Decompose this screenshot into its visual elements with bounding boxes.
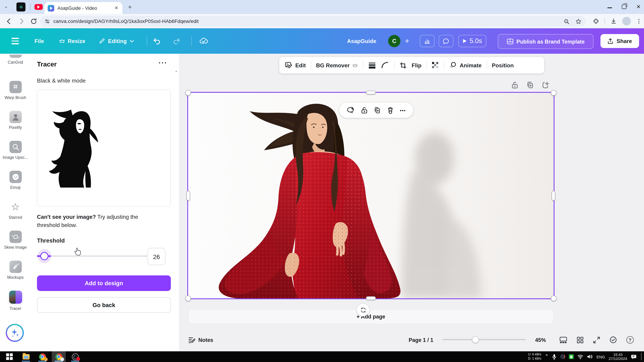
sidebar-item-skew-image[interactable]: Skew Image xyxy=(0,231,31,250)
pages-view-icon[interactable] xyxy=(560,336,567,343)
language-indicator[interactable]: ENG xyxy=(596,355,605,359)
tray-green-app-icon[interactable] xyxy=(569,354,574,359)
sidebar-item-warp-brush[interactable]: ⌗ Warp Brush xyxy=(0,81,31,100)
chrome-profile2-button-active[interactable] xyxy=(52,351,66,362)
window-restore-button[interactable] xyxy=(622,4,626,9)
go-back-button[interactable]: Go back xyxy=(37,297,171,313)
selection-handle-right[interactable] xyxy=(552,191,555,201)
add-to-design-button[interactable]: Add to design xyxy=(37,275,171,291)
tray-expand-icon[interactable]: ⌃ xyxy=(545,354,548,358)
selection-handle-bottom-right[interactable] xyxy=(551,296,556,301)
wifi-icon[interactable] xyxy=(578,355,584,359)
chrome-profile1-button[interactable] xyxy=(35,351,49,362)
help-icon[interactable]: ? xyxy=(626,336,634,344)
edit-image-button[interactable]: Edit xyxy=(285,62,306,68)
canva-assistant-button[interactable] xyxy=(6,324,24,342)
lock-icon[interactable] xyxy=(361,107,368,114)
redo-icon[interactable] xyxy=(172,37,181,45)
network-speed-widget[interactable]: U:6 kB/s D:1 kB/s xyxy=(528,353,542,361)
sidebar-item-pixelify[interactable]: Pixelify xyxy=(0,111,31,130)
add-comment-icon[interactable] xyxy=(346,107,354,114)
selection-handle-top-left[interactable] xyxy=(185,90,191,96)
selection-handle-top[interactable] xyxy=(366,91,376,94)
threshold-value-field[interactable]: 26 xyxy=(148,248,166,265)
file-menu[interactable]: File xyxy=(34,28,44,54)
zoom-slider-handle[interactable] xyxy=(472,336,479,343)
obs-button[interactable] xyxy=(68,351,82,362)
window-close-button[interactable]: ✕ xyxy=(636,4,641,9)
duplicate-page-icon[interactable] xyxy=(526,81,534,89)
pinned-tab-dark[interactable]: G xyxy=(16,2,26,11)
share-button[interactable]: Share xyxy=(600,34,639,48)
transparency-button[interactable] xyxy=(432,61,439,69)
user-avatar[interactable]: C xyxy=(388,35,400,47)
panel-scroll-up-arrow[interactable]: ▲ xyxy=(175,70,178,72)
add-member-button[interactable]: + xyxy=(405,28,409,54)
lock-page-icon[interactable] xyxy=(511,81,518,89)
undo-icon[interactable] xyxy=(153,37,161,45)
sidebar-item-cangrid[interactable]: CanGrid xyxy=(0,54,31,64)
browser-menu-icon[interactable]: ⋮ xyxy=(636,18,642,24)
volume-icon[interactable] xyxy=(587,354,593,359)
bg-remover-button[interactable]: BG Remover xyxy=(316,62,358,68)
microphone-icon[interactable] xyxy=(552,354,557,360)
document-title[interactable]: AsapGuide xyxy=(347,28,376,54)
add-page-button[interactable]: + Add page xyxy=(188,309,554,324)
threshold-slider-handle[interactable] xyxy=(40,252,48,260)
zoom-slider[interactable] xyxy=(442,339,526,340)
publish-brand-template-button[interactable]: Publish as Brand Template xyxy=(498,34,594,49)
fullscreen-icon[interactable] xyxy=(593,336,600,343)
selection-handle-bottom[interactable] xyxy=(366,296,376,300)
main-menu-button[interactable] xyxy=(12,28,19,54)
file-explorer-button[interactable] xyxy=(19,351,33,362)
animate-button[interactable]: Animate xyxy=(450,61,482,69)
selection-handle-left[interactable] xyxy=(186,191,190,201)
sidebar-item-emoji[interactable]: Emoji xyxy=(0,171,31,190)
crop-button[interactable] xyxy=(400,62,407,69)
sidebar-item-mockups[interactable]: Mockups xyxy=(0,261,31,280)
woman-red-dress-image[interactable] xyxy=(188,93,554,298)
sidebar-item-image-upscaler[interactable]: Image Upsc... xyxy=(0,141,31,160)
resize-menu[interactable]: Resize xyxy=(59,28,86,54)
zoom-level[interactable]: 45% xyxy=(535,337,546,343)
browser-profile-avatar[interactable] xyxy=(622,17,631,25)
notification-icon[interactable] xyxy=(631,354,637,359)
back-button[interactable] xyxy=(5,17,13,25)
saved-check-icon[interactable] xyxy=(610,336,617,344)
selection-handle-top-right[interactable] xyxy=(551,90,556,96)
sidebar-item-tracer[interactable]: Tracer xyxy=(0,291,31,311)
bookmark-star-icon[interactable] xyxy=(576,18,582,24)
tab-search-icon[interactable]: ⌄ xyxy=(4,4,8,9)
clock-widget[interactable]: 15:43 27/12/2024 xyxy=(609,352,627,361)
forward-button[interactable] xyxy=(17,17,26,25)
window-minimize-button[interactable] xyxy=(608,7,612,8)
present-button[interactable]: 5.0s xyxy=(458,35,486,47)
delete-icon[interactable] xyxy=(387,107,394,114)
start-button[interactable] xyxy=(2,351,16,362)
grid-view-icon[interactable] xyxy=(576,336,584,343)
site-settings-icon[interactable] xyxy=(44,18,50,24)
tray-app-icon[interactable] xyxy=(560,354,565,359)
panel-more-icon[interactable]: ●●● xyxy=(159,61,168,64)
sidebar-item-starred[interactable]: ☆ Starred xyxy=(0,201,31,220)
zoom-icon[interactable] xyxy=(564,18,570,24)
duplicate-icon[interactable] xyxy=(374,107,381,114)
show-desktop-edge[interactable] xyxy=(641,353,642,360)
notes-button[interactable]: Notes xyxy=(188,336,213,343)
reload-button[interactable] xyxy=(30,17,38,25)
add-page-icon[interactable] xyxy=(542,81,550,89)
stroke-weight-button[interactable] xyxy=(368,62,376,68)
selection-handle-bottom-left[interactable] xyxy=(185,296,191,301)
active-tab[interactable]: AsapGuide - Video ✕ xyxy=(44,2,122,14)
more-options-icon[interactable]: ••• xyxy=(400,108,406,113)
flip-button[interactable]: Flip xyxy=(412,62,422,68)
design-page[interactable] xyxy=(188,93,554,298)
line-curve-button[interactable] xyxy=(381,61,390,69)
new-tab-button[interactable]: + xyxy=(128,3,132,10)
extensions-icon[interactable] xyxy=(593,18,600,24)
pinned-tab-youtube[interactable] xyxy=(34,4,43,10)
position-button[interactable]: Position xyxy=(492,62,514,68)
url-bar[interactable]: canva.com/design/DAGYrh9sLoQ/1ka3oxP0Sox… xyxy=(40,16,586,27)
tab-close-icon[interactable]: ✕ xyxy=(114,4,119,11)
downloads-icon[interactable] xyxy=(610,18,617,24)
